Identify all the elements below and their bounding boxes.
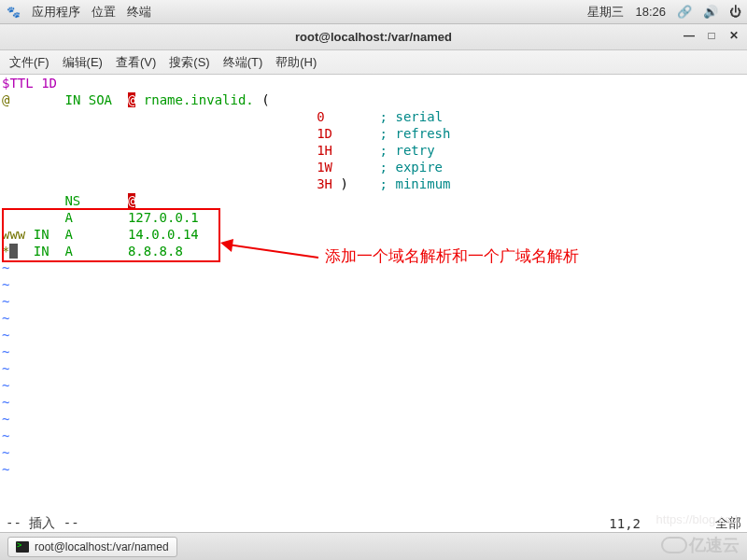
vim-tilde: ~ [2, 311, 9, 326]
annotation-text: 添加一个域名解析和一个广域名解析 [325, 248, 579, 265]
class-in: IN [64, 92, 80, 107]
refresh-comment: refresh [395, 126, 450, 141]
comment-semi: ; [380, 143, 388, 158]
menu-view[interactable]: 查看(V) [116, 54, 156, 71]
taskbar-terminal-label: root@localhost:/var/named [35, 540, 169, 553]
expire-value: 1W [317, 160, 332, 175]
comment-semi: ; [380, 126, 388, 141]
terminal-icon [16, 541, 29, 553]
comment-semi: ; [380, 176, 388, 191]
network-icon[interactable]: 🔗 [677, 5, 692, 19]
close-button[interactable]: ✕ [726, 28, 741, 43]
type-ns: NS [64, 193, 80, 208]
vim-tilde: ~ [2, 428, 9, 443]
vim-mode: -- 插入 -- [6, 515, 79, 532]
vim-tilde: ~ [2, 294, 9, 309]
menu-help[interactable]: 帮助(H) [275, 54, 317, 71]
gnome-foot-icon: 🐾 [6, 5, 21, 20]
terminal-menubar: 文件(F) 编辑(E) 查看(V) 搜索(S) 终端(T) 帮助(H) [0, 50, 747, 75]
soa-primary: @ [128, 92, 135, 107]
serial-comment: serial [395, 109, 443, 124]
vim-tilde: ~ [2, 462, 9, 477]
refresh-value: 1D [317, 126, 332, 141]
close-paren: ) [340, 176, 347, 191]
retry-comment: retry [395, 143, 434, 158]
power-icon[interactable]: ⏻ [729, 5, 741, 19]
brand-text: 亿速云 [689, 534, 740, 556]
comment-semi: ; [380, 160, 388, 175]
panel-day: 星期三 [587, 4, 624, 21]
annotation-box [2, 208, 220, 262]
retry-value: 1H [317, 143, 332, 158]
brand-watermark: 亿速云 [661, 534, 740, 556]
menu-terminal[interactable]: 终端(T) [223, 54, 263, 71]
type-soa: SOA [89, 92, 112, 107]
origin-symbol: @ [2, 92, 9, 107]
vim-statusline: -- 插入 -- 11,2 全部 [0, 515, 747, 532]
maximize-button[interactable]: □ [704, 28, 719, 43]
panel-menu-apps[interactable]: 应用程序 [32, 4, 80, 21]
desktop-top-panel: 🐾 应用程序 位置 终端 星期三 18:26 🔗 🔊 ⏻ [0, 0, 747, 24]
cloud-icon [661, 537, 687, 553]
ns-value: @ [128, 193, 135, 208]
vim-tilde: ~ [2, 361, 9, 376]
editor-content[interactable]: $TTL 1D @ IN SOA @ rname.invalid. ( 0 ; … [0, 75, 747, 478]
soa-rname: rname.invalid. [144, 92, 254, 107]
panel-time: 18:26 [635, 5, 666, 19]
vim-tilde: ~ [2, 412, 9, 427]
minimum-value: 3H [317, 176, 332, 191]
vim-cursor-pos: 11,2 [609, 516, 641, 531]
ttl-value: 1D [41, 76, 57, 91]
menu-edit[interactable]: 编辑(E) [63, 54, 103, 71]
terminal-client-area[interactable]: $TTL 1D @ IN SOA @ rname.invalid. ( 0 ; … [0, 75, 747, 532]
comment-semi: ; [380, 109, 388, 124]
expire-comment: expire [395, 160, 443, 175]
ttl-directive: $TTL [2, 76, 34, 91]
vim-tilde: ~ [2, 344, 9, 359]
vim-tilde: ~ [2, 445, 9, 460]
window-titlebar[interactable]: root@localhost:/var/named — □ ✕ [0, 24, 747, 50]
panel-menu-terminal[interactable]: 终端 [127, 4, 151, 21]
panel-menu-places[interactable]: 位置 [92, 4, 116, 21]
minimize-button[interactable]: — [682, 28, 697, 43]
menu-search[interactable]: 搜索(S) [169, 54, 209, 71]
volume-icon[interactable]: 🔊 [703, 5, 718, 19]
serial-value: 0 [317, 109, 324, 124]
vim-tilde: ~ [2, 260, 9, 275]
minimum-comment: minimum [395, 176, 450, 191]
vim-tilde: ~ [2, 378, 9, 393]
desktop-taskbar: root@localhost:/var/named [0, 532, 747, 560]
window-title: root@localhost:/var/named [295, 30, 452, 44]
blog-watermark: https://blog.csd [656, 512, 738, 526]
taskbar-terminal-entry[interactable]: root@localhost:/var/named [7, 537, 177, 557]
menu-file[interactable]: 文件(F) [9, 54, 49, 71]
vim-tilde: ~ [2, 328, 9, 343]
vim-tilde: ~ [2, 277, 9, 292]
vim-tilde: ~ [2, 395, 9, 410]
